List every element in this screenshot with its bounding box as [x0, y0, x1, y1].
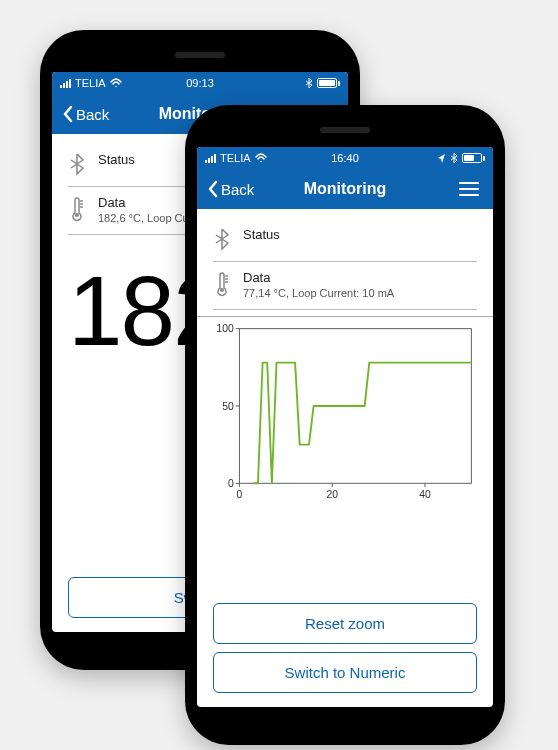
line-chart[interactable]: 05010002040: [213, 323, 477, 502]
battery-icon: [317, 78, 340, 88]
divider: [213, 309, 477, 310]
status-bar: TELIA 09:13: [52, 72, 348, 94]
thermometer-icon: [213, 270, 231, 298]
svg-point-0: [75, 213, 79, 217]
chevron-left-icon: [207, 180, 219, 198]
location-icon: [437, 153, 446, 164]
phone-speaker: [320, 127, 370, 133]
reset-zoom-button[interactable]: Reset zoom: [213, 603, 477, 644]
svg-text:0: 0: [228, 478, 234, 489]
svg-text:40: 40: [419, 489, 431, 500]
wifi-icon: [110, 78, 122, 88]
phone-speaker: [175, 52, 225, 58]
data-value: 77,14 °C, Loop Current: 10 mA: [243, 287, 477, 299]
status-label: Status: [243, 227, 477, 242]
screen: TELIA 16:40 Back Monitoring: [197, 147, 493, 707]
menu-button[interactable]: [455, 178, 483, 200]
bluetooth-status-icon: [305, 77, 313, 89]
back-label: Back: [221, 181, 254, 198]
phone-front: TELIA 16:40 Back Monitoring: [185, 105, 505, 745]
signal-icon: [60, 79, 71, 88]
switch-view-button[interactable]: Switch to Numeric: [213, 652, 477, 693]
back-button[interactable]: Back: [207, 180, 254, 198]
status-bar: TELIA 16:40: [197, 147, 493, 169]
chevron-left-icon: [62, 105, 74, 123]
chart-area[interactable]: 05010002040: [197, 316, 493, 508]
svg-text:0: 0: [237, 489, 243, 500]
battery-icon: [462, 153, 485, 163]
svg-point-1: [220, 288, 224, 292]
svg-text:100: 100: [216, 323, 234, 334]
signal-icon: [205, 154, 216, 163]
nav-bar: Back Monitoring: [197, 169, 493, 209]
data-label: Data: [243, 270, 477, 285]
bluetooth-icon: [213, 227, 231, 251]
back-label: Back: [76, 106, 109, 123]
carrier-label: TELIA: [75, 77, 106, 89]
svg-text:20: 20: [326, 489, 338, 500]
bluetooth-status-icon: [450, 152, 458, 164]
thermometer-icon: [68, 195, 86, 223]
bluetooth-icon: [68, 152, 86, 176]
wifi-icon: [255, 153, 267, 163]
svg-text:50: 50: [222, 401, 234, 412]
back-button[interactable]: Back: [62, 105, 109, 123]
carrier-label: TELIA: [220, 152, 251, 164]
